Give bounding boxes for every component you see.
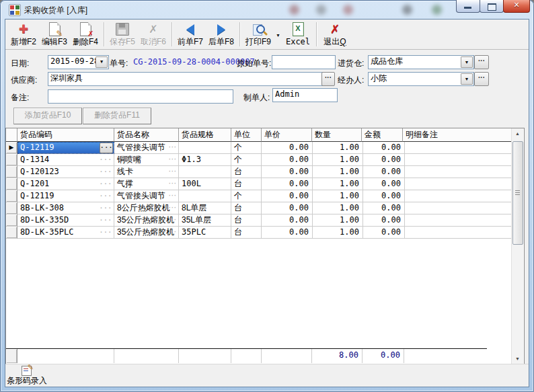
cell-price[interactable]: 0.00	[262, 190, 313, 202]
cell-amount[interactable]: 0.00	[363, 178, 405, 190]
print-button[interactable]: 打印F9	[243, 19, 274, 49]
cell-note[interactable]	[405, 202, 516, 214]
cell-code[interactable]: Q-12119···	[17, 190, 114, 202]
supplier-input[interactable]: 深圳家具	[48, 72, 324, 86]
cell-spec[interactable]: 35L单层	[179, 214, 231, 227]
cell-qty[interactable]: 1.00	[313, 227, 363, 239]
row-indicator[interactable]	[6, 166, 17, 178]
warehouse-combobox[interactable]: 成品仓库 ▼	[368, 55, 474, 69]
cell-name[interactable]: 气管接头调节···	[114, 142, 179, 154]
cell-code[interactable]: Q-1314···	[17, 154, 114, 166]
cell-code[interactable]: Q-12119···	[17, 142, 114, 154]
cell-note[interactable]	[405, 154, 516, 166]
cell-unit[interactable]: 个	[231, 142, 262, 154]
cell-name[interactable]: 气撑···	[114, 178, 179, 190]
cell-qty[interactable]: 1.00	[313, 154, 363, 166]
new-button[interactable]: ✚ 新增F2	[8, 19, 39, 49]
next-doc-button[interactable]: 后单F8	[206, 19, 237, 49]
row-indicator[interactable]	[6, 214, 17, 227]
cell-spec[interactable]: Φ1.3	[179, 154, 231, 166]
cell-unit[interactable]: 台	[231, 227, 262, 239]
date-combobox[interactable]: 2015-09-28 ▼	[48, 55, 109, 69]
cell-name[interactable]: 气管接头调节···	[114, 190, 179, 202]
warehouse-browse-button[interactable]: ···	[474, 55, 489, 69]
cell-spec[interactable]: 100L	[179, 178, 231, 190]
cell-price[interactable]: 0.00	[262, 202, 313, 214]
cell-spec[interactable]: 35PLC	[179, 227, 231, 239]
cell-name[interactable]: 35公斤热熔胶机···	[114, 227, 179, 239]
cell-price[interactable]: 0.00	[262, 178, 313, 190]
cell-note[interactable]	[405, 142, 516, 154]
cell-note[interactable]	[405, 227, 516, 239]
cell-price[interactable]: 0.00	[262, 142, 313, 154]
cell-unit[interactable]: 个	[231, 154, 262, 166]
scroll-down-button[interactable]: ▼	[512, 354, 523, 364]
cell-spec[interactable]: 8L单层	[179, 202, 231, 214]
cell-qty[interactable]: 1.00	[313, 214, 363, 227]
maximize-button[interactable]	[480, 0, 504, 13]
cell-note[interactable]	[405, 166, 516, 178]
cell-spec[interactable]	[179, 190, 231, 202]
cell-price[interactable]: 0.00	[262, 214, 313, 227]
titlebar[interactable]: 采购收货单 [入库] ✕	[0, 0, 534, 19]
cell-amount[interactable]: 0.00	[363, 142, 405, 154]
origin-input[interactable]	[272, 55, 336, 69]
cell-code[interactable]: Q-1201···	[17, 178, 114, 190]
cell-note[interactable]	[405, 214, 516, 227]
cell-unit[interactable]: 台	[231, 202, 262, 214]
cell-amount[interactable]: 0.00	[363, 202, 405, 214]
app-icon[interactable]	[9, 4, 21, 16]
cell-amount[interactable]: 0.00	[363, 214, 405, 227]
cell-unit[interactable]: 台	[231, 166, 262, 178]
close-button[interactable]: ✕	[503, 0, 530, 13]
vertical-scrollbar[interactable]: ▲ ▼	[511, 128, 523, 364]
row-indicator[interactable]	[6, 202, 17, 214]
cell-amount[interactable]: 0.00	[363, 154, 405, 166]
cell-unit[interactable]: 台	[231, 178, 262, 190]
cell-name[interactable]: 35公斤热熔胶机···	[114, 214, 179, 227]
edit-button[interactable]: ✎ 编辑F3	[39, 19, 70, 49]
cell-qty[interactable]: 1.00	[313, 166, 363, 178]
barcode-entry-icon[interactable]: ✎	[22, 366, 32, 376]
cell-amount[interactable]: 0.00	[363, 227, 405, 239]
cell-qty[interactable]: 1.00	[313, 142, 363, 154]
row-indicator[interactable]	[6, 154, 17, 166]
minimize-button[interactable]	[456, 0, 480, 13]
cell-spec[interactable]	[179, 166, 231, 178]
print-dropdown-button[interactable]: ▼	[274, 19, 282, 49]
remark-input[interactable]	[48, 89, 233, 104]
cell-browse-button[interactable]: ···	[100, 143, 113, 153]
cell-code[interactable]: 8D-LK-35PLC···	[17, 227, 114, 239]
cell-price[interactable]: 0.00	[262, 154, 313, 166]
cell-price[interactable]: 0.00	[262, 227, 313, 239]
barcode-entry-label[interactable]: 条形码录入	[7, 375, 47, 387]
cell-spec[interactable]	[179, 142, 231, 154]
cell-amount[interactable]: 0.00	[363, 166, 405, 178]
delete-button[interactable]: ✗ 删除F4	[70, 19, 101, 49]
scrollbar-thumb[interactable]	[512, 141, 523, 245]
cell-unit[interactable]: 台	[231, 214, 262, 227]
prev-doc-button[interactable]: 前单F7	[175, 19, 206, 49]
combo-arrow-icon[interactable]: ▼	[96, 56, 108, 68]
row-indicator[interactable]	[6, 178, 17, 190]
row-indicator[interactable]	[6, 227, 17, 239]
cell-price[interactable]: 0.00	[262, 166, 313, 178]
cell-name[interactable]: 线卡···	[114, 166, 179, 178]
cell-code[interactable]: Q-120123···	[17, 166, 114, 178]
cell-qty[interactable]: 1.00	[313, 178, 363, 190]
handler-browse-button[interactable]: ···	[474, 72, 489, 86]
cell-qty[interactable]: 1.00	[313, 190, 363, 202]
cell-note[interactable]	[405, 178, 516, 190]
cell-note[interactable]	[405, 190, 516, 202]
exit-button[interactable]: ✗ 退出Q	[319, 19, 350, 49]
excel-button[interactable]: X Excel	[282, 19, 313, 49]
cell-unit[interactable]: 个	[231, 190, 262, 202]
cell-qty[interactable]: 1.00	[313, 202, 363, 214]
combo-arrow-icon[interactable]: ▼	[461, 73, 473, 85]
cell-name[interactable]: 铜喷嘴···	[114, 154, 179, 166]
cell-name[interactable]: 8公斤热熔胶机···	[114, 202, 179, 214]
cell-amount[interactable]: 0.00	[363, 190, 405, 202]
scroll-up-button[interactable]: ▲	[512, 128, 523, 139]
row-indicator[interactable]	[6, 190, 17, 202]
cell-code[interactable]: 8D-LK-335D···	[17, 214, 114, 227]
